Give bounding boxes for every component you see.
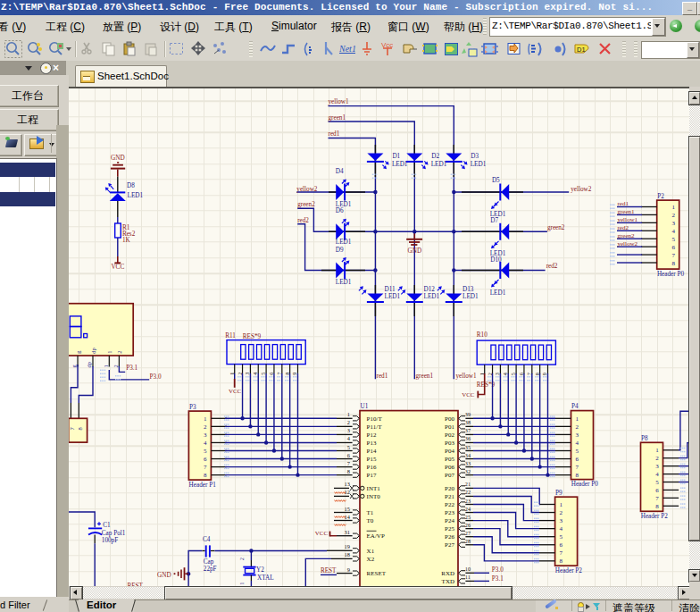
- svg-text:2: 2: [347, 419, 350, 425]
- svg-text:RESET: RESET: [367, 570, 387, 577]
- svg-text:dp: dp: [86, 362, 92, 367]
- svg-text:D13: D13: [462, 286, 474, 293]
- svg-text:P8: P8: [641, 435, 648, 442]
- svg-text:4: 4: [502, 373, 508, 375]
- svg-text:4: 4: [671, 228, 675, 235]
- svg-text:6: 6: [560, 541, 563, 549]
- svg-text:31: 31: [345, 529, 350, 535]
- svg-text:6: 6: [671, 244, 675, 251]
- svg-text:1: 1: [347, 411, 350, 417]
- svg-text:P26: P26: [445, 533, 454, 541]
- svg-text:2: 2: [487, 373, 493, 375]
- svg-text:P23: P23: [445, 509, 454, 516]
- svg-text:P16: P16: [367, 464, 377, 471]
- svg-text:R10: R10: [477, 331, 488, 339]
- svg-text:33: 33: [465, 460, 471, 466]
- svg-text:INT0: INT0: [367, 493, 381, 500]
- svg-text:Header P2: Header P2: [641, 513, 669, 520]
- svg-text:P07: P07: [445, 472, 454, 479]
- svg-text:4: 4: [576, 440, 579, 447]
- svg-text:8: 8: [671, 260, 675, 267]
- svg-text:yellow2: yellow2: [571, 186, 592, 193]
- svg-text:P05: P05: [445, 456, 454, 463]
- svg-text:red1: red1: [618, 200, 629, 207]
- svg-text:P02: P02: [445, 432, 454, 439]
- svg-text:P22: P22: [445, 501, 454, 508]
- svg-text:green1: green1: [416, 373, 434, 380]
- svg-text:7: 7: [276, 373, 282, 375]
- svg-text:P2: P2: [657, 193, 664, 200]
- svg-text:P15: P15: [367, 456, 377, 463]
- svg-text:34: 34: [465, 452, 471, 458]
- svg-text:LED1: LED1: [385, 293, 401, 300]
- svg-text:5: 5: [560, 533, 563, 541]
- svg-text:D3: D3: [471, 153, 479, 160]
- svg-text:18: 18: [345, 551, 350, 558]
- svg-text:D8: D8: [127, 182, 135, 189]
- svg-text:2: 2: [238, 558, 245, 560]
- svg-text:1: 1: [479, 373, 485, 375]
- svg-text:2: 2: [576, 423, 579, 431]
- svg-text:yellow1: yellow1: [456, 373, 478, 380]
- svg-text:P03: P03: [445, 440, 454, 447]
- svg-text:8: 8: [576, 472, 579, 479]
- svg-text:24: 24: [465, 506, 471, 512]
- svg-text:D6: D6: [336, 207, 344, 214]
- svg-text:5: 5: [510, 373, 516, 375]
- svg-text:7: 7: [671, 252, 675, 259]
- svg-text:Net1: Net1: [338, 44, 355, 54]
- svg-text:g: g: [71, 365, 77, 368]
- svg-text:1: 1: [103, 365, 109, 367]
- svg-text:19: 19: [345, 543, 350, 549]
- svg-text:5: 5: [655, 479, 659, 486]
- svg-text:2: 2: [671, 212, 675, 219]
- svg-text:3: 3: [655, 463, 659, 470]
- svg-text:TXD: TXD: [442, 578, 454, 585]
- svg-text:P01: P01: [445, 423, 454, 431]
- svg-text:6: 6: [347, 452, 350, 458]
- svg-text:D4: D4: [336, 168, 344, 175]
- svg-text:4: 4: [347, 435, 351, 441]
- svg-text:2: 2: [560, 509, 563, 516]
- svg-text:LED1: LED1: [392, 161, 408, 168]
- svg-text:Header P0: Header P0: [571, 481, 599, 488]
- svg-text:P04: P04: [445, 448, 454, 455]
- svg-text:P3.0: P3.0: [150, 373, 162, 381]
- svg-text:GND: GND: [157, 572, 171, 579]
- svg-text:P25: P25: [445, 525, 454, 532]
- svg-text:3: 3: [671, 220, 675, 227]
- svg-text:4: 4: [204, 440, 207, 447]
- svg-text:36: 36: [465, 435, 471, 441]
- svg-text:green2: green2: [297, 201, 315, 208]
- svg-text:6: 6: [576, 456, 579, 463]
- svg-text:P12: P12: [367, 432, 377, 439]
- svg-text:1: 1: [671, 204, 675, 211]
- svg-text:10: 10: [465, 566, 471, 572]
- svg-text:LED1: LED1: [471, 161, 487, 168]
- svg-text:1: 1: [560, 501, 563, 508]
- svg-text:Header P0: Header P0: [657, 271, 685, 278]
- svg-text:5: 5: [671, 236, 675, 243]
- svg-text:3: 3: [204, 432, 207, 439]
- svg-text:5: 5: [204, 448, 207, 455]
- svg-text:P3.1: P3.1: [492, 575, 504, 583]
- svg-text:green1: green1: [329, 114, 346, 122]
- svg-text:27: 27: [465, 530, 471, 536]
- svg-text:LED1: LED1: [336, 279, 352, 286]
- svg-text:9: 9: [292, 373, 298, 375]
- svg-text:D2: D2: [431, 153, 439, 160]
- svg-text:2: 2: [237, 373, 243, 375]
- svg-text:D11: D11: [385, 286, 396, 293]
- svg-text:15: 15: [345, 506, 350, 512]
- svg-text:38: 38: [465, 419, 471, 425]
- svg-text:13: 13: [345, 481, 350, 487]
- svg-text:LED1: LED1: [424, 293, 440, 300]
- svg-text:green1: green1: [618, 208, 636, 215]
- svg-text:22pF: 22pF: [204, 566, 217, 573]
- svg-text:P3: P3: [189, 404, 196, 411]
- svg-text:Y2: Y2: [256, 566, 264, 574]
- svg-text:Header P2: Header P2: [555, 567, 583, 574]
- svg-text:red2: red2: [618, 224, 629, 231]
- svg-text:Cap: Cap: [204, 558, 214, 566]
- svg-text:D10: D10: [490, 256, 502, 264]
